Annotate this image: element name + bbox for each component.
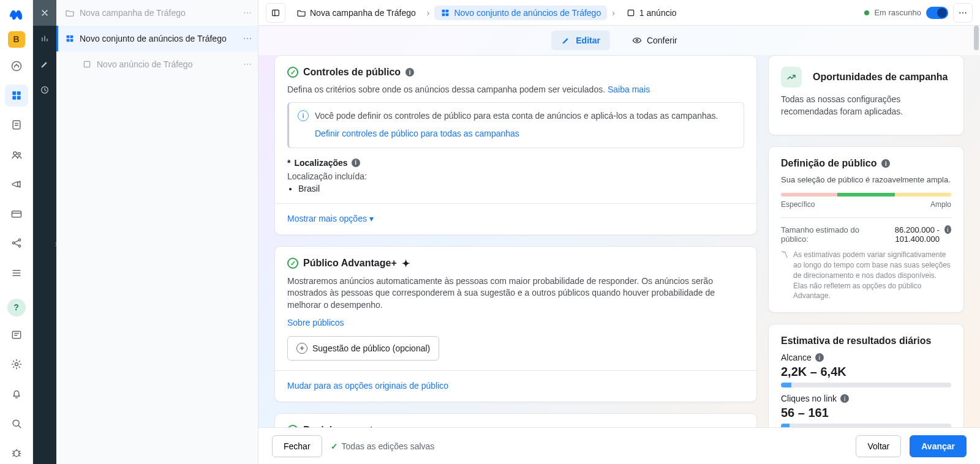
nav-billing-icon[interactable] (5, 203, 28, 225)
back-button[interactable]: Voltar (856, 435, 901, 457)
info-outline-icon: i (298, 110, 309, 121)
svg-rect-17 (67, 36, 70, 39)
audience-controls-desc: Defina os critérios sobre onde os anúnci… (287, 84, 605, 94)
clock-icon[interactable] (33, 77, 56, 103)
pencil-icon (561, 36, 571, 45)
folder-icon (65, 8, 75, 18)
tree-campaign-row[interactable]: Nova campanha de Tráfego ⋯ (56, 0, 258, 26)
footer-bar: Fechar ✓ Todas as edições salvas Voltar … (258, 427, 980, 464)
chevron-right-icon: › (612, 8, 615, 18)
chevron-right-icon: › (427, 8, 430, 18)
tab-review[interactable]: Conferir (622, 31, 687, 50)
learn-more-link[interactable]: Saiba mais (608, 84, 650, 94)
right-column: Oportunidades de campanha Todas as nossa… (768, 55, 964, 464)
info-icon[interactable]: i (840, 394, 849, 403)
breadcrumb-campaign[interactable]: Nova campanha de Tráfego (290, 6, 422, 20)
about-audiences-link[interactable]: Sobre públicos (287, 318, 344, 327)
svg-rect-26 (446, 13, 449, 16)
svg-point-0 (12, 61, 21, 70)
info-icon[interactable]: i (815, 353, 824, 362)
info-icon[interactable]: i (881, 159, 890, 168)
nav-megaphone-icon[interactable] (5, 173, 28, 195)
info-icon[interactable]: i (405, 68, 414, 77)
svg-point-7 (18, 152, 20, 155)
editor-tool-column (33, 0, 56, 464)
breadcrumb-ads[interactable]: 1 anúncio (620, 6, 683, 20)
nav-bell-icon[interactable] (5, 383, 28, 405)
info-icon[interactable]: i (944, 225, 951, 234)
sidebar-icon (271, 8, 281, 18)
pencil-icon[interactable] (33, 51, 56, 77)
more-icon[interactable]: ⋯ (243, 8, 252, 18)
svg-rect-20 (70, 39, 74, 42)
nav-menu-icon[interactable] (5, 262, 28, 284)
draft-toggle[interactable] (926, 7, 948, 19)
card-opportunities: Oportunidades de campanha Todas as nossa… (768, 55, 964, 135)
nav-bug-icon[interactable] (5, 442, 28, 464)
svg-rect-5 (13, 121, 20, 129)
svg-rect-25 (442, 13, 445, 16)
svg-point-28 (636, 39, 638, 41)
scrollbar-thumb[interactable] (974, 26, 979, 50)
close-icon[interactable] (33, 0, 56, 26)
saved-indicator: ✓ Todas as edições salvas (331, 441, 435, 451)
tab-edit[interactable]: Editar (551, 31, 610, 50)
define-controls-link[interactable]: Definir controles de público para todas … (315, 128, 735, 140)
tree-adset-row[interactable]: Novo conjunto de anúncios de Tráfego ⋯ (56, 26, 258, 51)
tree-ad-label: Novo anúncio de Tráfego (97, 59, 238, 69)
tab-edit-label: Editar (576, 36, 600, 45)
breadcrumb-adset[interactable]: Novo conjunto de anúncios de Tráfego (434, 6, 607, 20)
scrollbar-track[interactable] (973, 26, 980, 427)
more-button[interactable]: ⋯ (953, 3, 973, 23)
tree-ad-row[interactable]: Novo anúncio de Tráfego ⋯ (56, 51, 258, 77)
bars-icon[interactable] (33, 26, 56, 51)
tree-adset-label: Novo conjunto de anúncios de Tráfego (80, 34, 238, 43)
nav-settings-icon[interactable] (5, 353, 28, 375)
close-button[interactable]: Fechar (272, 435, 322, 457)
tab-review-label: Conferir (647, 36, 677, 45)
reach-bar (781, 383, 951, 387)
audience-suggestion-label: Sugestão de público (opcional) (312, 343, 430, 353)
nav-audience-icon[interactable] (5, 143, 28, 165)
nav-gauge-icon[interactable] (5, 55, 28, 77)
adset-icon (65, 34, 75, 43)
switch-original-link[interactable]: Mudar para as opções originais de públic… (287, 381, 448, 391)
location-value: Brasil (298, 184, 744, 193)
definition-sub: Sua seleção de público é razoavelmente a… (781, 175, 951, 184)
range-broad-label: Amplo (930, 200, 951, 209)
svg-rect-22 (273, 10, 279, 15)
main-area: Nova campanha de Tráfego › Novo conjunto… (258, 0, 980, 464)
tree-campaign-label: Nova campanha de Tráfego (80, 8, 238, 18)
nav-share-icon[interactable] (5, 232, 28, 254)
nav-grid-icon[interactable] (5, 84, 28, 107)
clicks-label: Cliques no link (781, 394, 837, 403)
check-icon: ✓ (331, 441, 338, 451)
audience-suggestion-button[interactable]: + Sugestão de público (opcional) (287, 336, 439, 361)
chevron-down-icon: ▾ (369, 214, 374, 223)
more-icon[interactable]: ⋯ (243, 59, 252, 69)
check-circle-icon (287, 258, 298, 269)
clicks-value: 56 – 161 (781, 406, 951, 420)
card-audience-definition: Definição de público i Sua seleção de pú… (768, 146, 964, 313)
svg-point-14 (13, 420, 19, 426)
svg-rect-3 (12, 96, 16, 100)
saved-label: Todas as edições salvas (342, 441, 435, 451)
nav-doc-icon[interactable] (5, 114, 28, 136)
breadcrumb-campaign-label: Nova campanha de Tráfego (310, 8, 416, 18)
info-icon[interactable]: i (352, 159, 360, 167)
help-icon[interactable]: ? (7, 299, 26, 316)
next-button[interactable]: Avançar (910, 435, 967, 457)
nav-search-icon[interactable] (5, 412, 28, 434)
top-bar: Nova campanha de Tráfego › Novo conjunto… (258, 0, 980, 26)
trend-icon (781, 67, 802, 88)
tab-bar: Editar Conferir (258, 26, 980, 55)
svg-rect-27 (628, 10, 633, 15)
show-more-options-link[interactable]: Mostrar mais opções ▾ (287, 214, 744, 223)
more-icon[interactable]: ⋯ (243, 34, 252, 43)
eye-icon (632, 36, 642, 45)
toggle-panel-button[interactable] (266, 3, 285, 23)
nav-news-icon[interactable] (5, 324, 28, 346)
account-badge[interactable]: B (8, 31, 25, 48)
structure-tree: Nova campanha de Tráfego ⋯ Novo conjunto… (56, 0, 258, 464)
svg-rect-8 (12, 211, 21, 217)
